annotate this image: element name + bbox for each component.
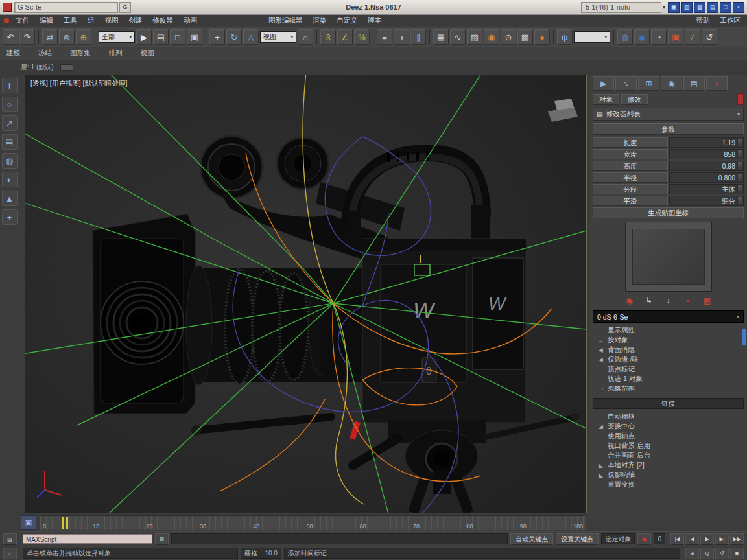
down-arrow-icon[interactable]: ↓ [663,295,674,307]
stop-icon[interactable]: ▪ [682,295,694,307]
subtab-modify[interactable]: 修改 [621,94,648,105]
spinner-icon[interactable] [737,185,742,193]
auto-key-button[interactable]: 自动关键点 [510,533,553,545]
draw-icon[interactable]: ∕ [685,29,700,45]
use-pivot-icon[interactable]: ⌂ [298,29,313,45]
param-label-2[interactable]: 高度 [593,161,668,171]
menu-item-mid-0[interactable]: 图形编辑器 [268,16,303,25]
modifier-list-dropdown[interactable]: ▤ 修改器列表 ▾ [593,108,744,121]
tab-2[interactable]: 图形集 [70,49,91,58]
command-entry-field[interactable]: ▾ [574,31,610,43]
tool-item-4[interactable]: 合并画面 后台 [593,450,744,460]
menu-item-left-4[interactable]: 视图 [105,16,119,25]
window-button-0[interactable]: ▣ [668,2,680,13]
display-option-5[interactable]: 轨迹 1 对象 [593,374,744,384]
listener-icon-0[interactable]: ▤ [3,533,17,545]
modify-tab-icon[interactable]: ∿ [615,76,637,91]
select-link-icon[interactable]: ⇄ [42,29,58,45]
display-option-2[interactable]: ◀背面消隐 [593,345,744,355]
param-label-1[interactable]: 宽度 [593,149,668,159]
window-button-5[interactable]: × [733,2,744,13]
param-value-0[interactable]: 1.19 [669,137,744,148]
menu-item-left-3[interactable]: 组 [88,16,95,25]
record-icon[interactable]: ◉ [624,295,635,307]
param-value-4[interactable]: 主体 [669,184,744,194]
param-label-0[interactable]: 长度 [593,137,668,148]
undo-icon[interactable]: ↶ [3,29,18,45]
docs-icon[interactable]: ◔ [651,29,667,45]
spinner-icon[interactable] [737,150,742,158]
snap-toggle-icon[interactable]: 3 [320,29,336,45]
tab-0[interactable]: 建模 [6,49,20,58]
menu-item-left-7[interactable]: 动画 [184,16,197,25]
mouse-tool-icon[interactable]: ψ [557,29,573,45]
bind-spacewarp-icon[interactable]: ⊕ [76,29,91,45]
pen-tool-icon[interactable]: ↗ [2,115,18,131]
display-option-4[interactable]: 顶点标记 [593,364,744,374]
tool-item-7[interactable]: 重置变换 [593,480,744,489]
maxscript-mini-listener[interactable]: MAXScript [23,534,152,544]
named-selection-icon[interactable]: ≡ [377,29,392,45]
schematic-view-icon[interactable]: ▧ [467,29,482,45]
motion-tab-icon[interactable]: ◉ [661,76,682,91]
tab-4[interactable]: 视图 [141,49,154,58]
set-key-button[interactable]: 设置关键点 [556,533,599,545]
param-value-2[interactable]: 0.98 [669,161,744,171]
tab-3[interactable]: 排列 [109,49,123,58]
utilities-tab-icon[interactable]: × [706,76,728,91]
menu-item-right-0[interactable]: 帮助 [696,16,710,25]
unlink-icon[interactable]: ⊗ [59,29,75,45]
display-option-6[interactable]: ⊃忽略范围 [593,384,744,393]
sphere-tool-icon[interactable]: ◍ [2,153,18,169]
triangle-tool-icon[interactable]: ▲ [2,191,18,206]
playback-control-4[interactable]: ▶▶ [730,533,744,545]
hierarchy-tab-icon[interactable]: ⊞ [638,76,659,91]
menu-item-left-2[interactable]: 工具 [64,16,77,25]
curve-editor-icon[interactable]: ∿ [450,29,466,45]
tab-1[interactable]: 冻结 [38,49,52,58]
tool-item-5[interactable]: ◣本地对齐 [2] [593,460,744,470]
render-setup-icon[interactable]: ⊙ [501,29,516,45]
subtab-object[interactable]: 对象 [593,94,619,105]
material-preview[interactable] [625,222,712,292]
time-slider-track[interactable]: 0102030405060708090100 [40,515,586,530]
selected-filter-field[interactable]: 选定对象 [601,533,635,544]
map-coords-button[interactable]: 生成贴图坐标 [593,207,744,218]
viewport-nav-3[interactable]: ▣ [730,548,744,559]
rect-region-icon[interactable]: □ [170,29,185,45]
listener-icon-1[interactable]: ∕ [3,548,17,559]
tool-item-2[interactable]: 使用轴点 [593,431,744,441]
material-editor-icon[interactable]: ◉ [484,29,499,45]
param-label-4[interactable]: 分段 [593,184,668,194]
select-tool-icon[interactable]: Ⅰ [2,78,18,93]
render-icon[interactable]: ● [534,29,550,45]
param-value-5[interactable]: 细分 [669,196,744,206]
current-frame-field[interactable]: 0 [654,533,665,544]
redo-icon[interactable]: ↷ [19,29,35,45]
menu-item-right-1[interactable]: 工作区 [720,16,741,25]
menu-item-left-6[interactable]: 修改器 [153,16,174,25]
display-option-1[interactable]: →按对象 [593,335,744,345]
param-label-5[interactable]: 平滑 [593,196,668,206]
spinner-icon[interactable] [737,174,742,181]
percent-snap-icon[interactable]: % [354,29,370,45]
tool-item-6[interactable]: ◣仅影响轴 [593,470,744,480]
viewport-nav-1[interactable]: Q [700,548,714,559]
spinner-icon[interactable] [737,139,742,146]
tool-item-3[interactable]: 视口背景 启用 [593,441,744,450]
graphite-icon[interactable]: ▦ [433,29,449,45]
display-tab-icon[interactable]: ▤ [683,76,705,91]
menu-item-left-5[interactable]: 创建 [129,16,143,25]
section2-header[interactable]: 链接 [593,398,744,409]
playback-control-1[interactable]: ◀ [685,533,699,545]
angle-snap-icon[interactable]: ∠ [337,29,353,45]
tool-item-1[interactable]: ◢变换中心 [593,421,744,431]
grid-red-icon[interactable]: ▦ [702,295,713,307]
search-button[interactable]: G [119,2,131,13]
layers-tool-icon[interactable]: ▤ [2,134,18,150]
tool-item-0[interactable]: 自动栅格 [593,412,744,421]
search-field[interactable]: G Sc-te [14,2,118,13]
time-tag-field[interactable]: 添加时间标记 [284,548,680,559]
param-label-3[interactable]: 半径 [593,172,668,183]
scene-dropdown[interactable]: 0 dS-6-Se ▾ [593,310,744,323]
